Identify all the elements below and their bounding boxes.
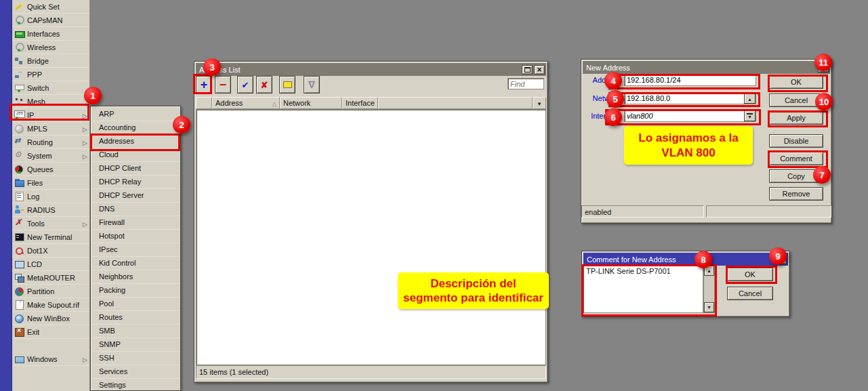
- column-menu-button[interactable]: [533, 97, 546, 109]
- ip-submenu-item-addresses[interactable]: Addresses: [91, 135, 180, 148]
- sidebar-item-label: Switch: [27, 84, 49, 92]
- sidebar-item-radius[interactable]: RADIUS: [12, 203, 89, 217]
- submenu-arrow-icon: [83, 152, 89, 160]
- sidebar-item-mesh[interactable]: Mesh: [12, 95, 89, 108]
- terminal-icon: [14, 232, 24, 242]
- switch-icon: [14, 83, 24, 93]
- ip-submenu-item-kid-control[interactable]: Kid Control: [91, 257, 180, 270]
- filter-button[interactable]: [304, 76, 320, 94]
- ip-submenu-item-ipsec[interactable]: IPsec: [91, 243, 180, 257]
- address-input[interactable]: [624, 74, 756, 86]
- comment-button[interactable]: Comment: [769, 152, 823, 165]
- column-header-address[interactable]: Address: [212, 97, 280, 109]
- sidebar-item-dot1x[interactable]: Dot1X: [12, 244, 89, 258]
- menu-separator: [12, 339, 89, 352]
- ip-submenu-item-neighbors[interactable]: Neighbors: [91, 270, 180, 284]
- ip-submenu-item-services[interactable]: Services: [91, 365, 180, 379]
- find-input[interactable]: [508, 78, 544, 89]
- comment-ok-button[interactable]: OK: [727, 268, 773, 281]
- ok-button[interactable]: OK: [769, 75, 823, 89]
- ip-submenu-item-dhcp-relay[interactable]: DHCP Relay: [91, 176, 180, 189]
- ip-submenu-item-accounting[interactable]: Accounting: [91, 121, 180, 135]
- step-badge-10: 10: [815, 93, 833, 110]
- sidebar-item-capsman[interactable]: CAPsMAN: [12, 14, 89, 27]
- network-up-button[interactable]: [744, 93, 756, 104]
- ip-submenu-item-hotspot[interactable]: Hotspot: [91, 230, 180, 243]
- address-list-toolbar: [196, 76, 320, 94]
- disable-button[interactable]: Disable: [769, 134, 823, 148]
- partition-icon: [14, 287, 24, 296]
- scroll-down-icon[interactable]: [704, 302, 714, 312]
- interface-dropdown-button[interactable]: [744, 110, 756, 121]
- step-badge-2: 2: [173, 116, 190, 133]
- sidebar-item-windows[interactable]: Windows: [12, 352, 89, 366]
- comment-dialog-titlebar[interactable]: Comment for New Address: [583, 253, 788, 266]
- address-list-titlebar[interactable]: Address List: [196, 63, 546, 76]
- remove-button[interactable]: Remove: [769, 187, 823, 201]
- comment-scrollbar[interactable]: [703, 265, 715, 313]
- ip-submenu-item-firewall[interactable]: Firewall: [91, 216, 180, 230]
- ip-submenu-item-cloud[interactable]: Cloud: [91, 148, 180, 162]
- ip-submenu-item-dns[interactable]: DNS: [91, 203, 180, 216]
- sidebar-item-log[interactable]: Log: [12, 190, 89, 203]
- network-input[interactable]: [624, 92, 756, 104]
- ip-submenu-item-packing[interactable]: Packing: [91, 284, 180, 297]
- sidebar-item-make-supout[interactable]: Make Supout.rif: [12, 298, 89, 312]
- close-button[interactable]: [534, 65, 545, 75]
- sidebar-item-switch[interactable]: Switch: [12, 81, 89, 95]
- maximize-button[interactable]: [522, 65, 533, 75]
- sidebar-item-files[interactable]: Files: [12, 176, 89, 190]
- sidebar-item-metarouter[interactable]: MetaROUTER: [12, 271, 89, 285]
- interface-select-input[interactable]: [624, 110, 756, 122]
- sidebar-item-new-winbox[interactable]: New WinBox: [12, 312, 89, 325]
- system-icon: [14, 151, 24, 161]
- ip-submenu-item-snmp[interactable]: SNMP: [91, 338, 180, 352]
- sidebar-item-label: Windows: [27, 355, 58, 363]
- sidebar-item-exit[interactable]: Exit: [12, 325, 89, 339]
- desktop: Quick Set CAPsMAN Interfaces Wireless Br…: [0, 0, 868, 391]
- remove-button[interactable]: [215, 76, 231, 94]
- ip-submenu-item-dhcp-server[interactable]: DHCP Server: [91, 189, 180, 203]
- column-header-interface[interactable]: Interface: [342, 97, 378, 109]
- sidebar-item-tools[interactable]: Tools: [12, 217, 89, 230]
- apply-button[interactable]: Apply: [769, 111, 823, 125]
- enable-button[interactable]: [237, 76, 253, 94]
- sidebar-item-partition[interactable]: Partition: [12, 285, 89, 298]
- ppp-icon: [14, 70, 24, 79]
- sidebar-item-queues[interactable]: Queues: [12, 163, 89, 176]
- mesh-icon: [14, 97, 24, 106]
- sidebar-item-system[interactable]: System: [12, 149, 89, 163]
- ip-submenu-item-settings[interactable]: Settings: [91, 379, 180, 391]
- add-button[interactable]: [196, 76, 212, 94]
- comment-cancel-button[interactable]: Cancel: [727, 287, 773, 300]
- ip-submenu-item-smb[interactable]: SMB: [91, 325, 180, 338]
- sidebar-item-ppp[interactable]: PPP: [12, 68, 89, 81]
- disable-button[interactable]: [256, 76, 272, 94]
- ip-submenu-item-arp[interactable]: ARP: [91, 108, 180, 121]
- sidebar-item-label: Quick Set: [27, 3, 60, 11]
- sidebar-item-interfaces[interactable]: Interfaces: [12, 27, 89, 41]
- sidebar-item-label: CAPsMAN: [27, 16, 63, 24]
- ip-submenu-item-pool[interactable]: Pool: [91, 297, 180, 311]
- new-address-titlebar[interactable]: New Address: [583, 61, 830, 74]
- sidebar-item-label: Exit: [27, 328, 39, 336]
- comment-toolbar-button[interactable]: [279, 76, 295, 94]
- sidebar-item-bridge[interactable]: Bridge: [12, 54, 89, 68]
- sidebar-item-quick-set[interactable]: Quick Set: [12, 0, 89, 14]
- comment-textarea[interactable]: TP-LINK Serie DS-P7001: [583, 265, 703, 313]
- sidebar-item-label: Bridge: [27, 57, 49, 65]
- sidebar-item-routing[interactable]: Routing: [12, 136, 89, 149]
- sidebar-item-ip[interactable]: IP: [12, 108, 89, 122]
- ip-submenu-item-dhcp-client[interactable]: DHCP Client: [91, 162, 180, 176]
- ip-submenu-item-routes[interactable]: Routes: [91, 311, 180, 325]
- sidebar-item-wireless[interactable]: Wireless: [12, 41, 89, 54]
- sidebar-item-lcd[interactable]: LCD: [12, 258, 89, 271]
- selector-column-header[interactable]: [196, 97, 212, 109]
- column-header-network[interactable]: Network: [280, 97, 342, 109]
- submenu-arrow-icon: [83, 111, 89, 119]
- sidebar-item-mpls[interactable]: MPLS: [12, 122, 89, 136]
- address-list-body[interactable]: [196, 109, 546, 365]
- ip-submenu-item-ssh[interactable]: SSH: [91, 352, 180, 365]
- sidebar-menu: Quick Set CAPsMAN Interfaces Wireless Br…: [12, 0, 90, 391]
- sidebar-item-new-terminal[interactable]: New Terminal: [12, 230, 89, 244]
